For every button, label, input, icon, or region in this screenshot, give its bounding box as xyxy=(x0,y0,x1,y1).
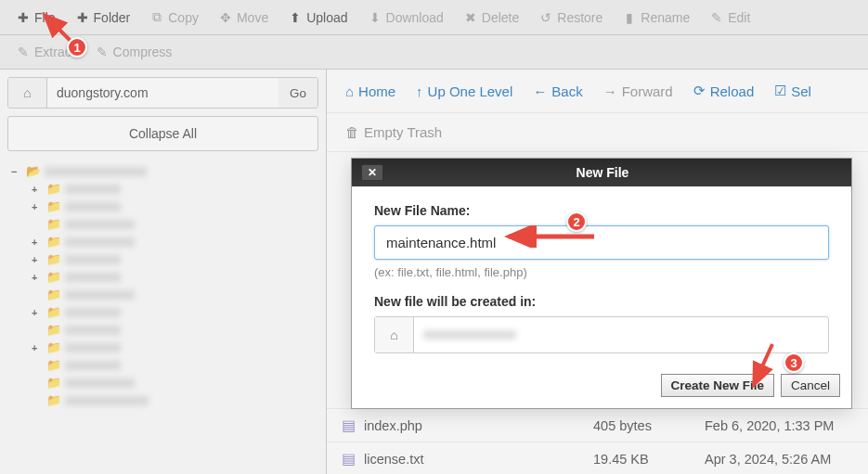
folder-icon: 📁 xyxy=(46,358,61,372)
expand-icon: + xyxy=(32,184,43,195)
tree-row[interactable]: −📂 xyxy=(7,162,318,180)
folder-label-blurred xyxy=(65,378,135,388)
expand-icon: + xyxy=(32,237,43,248)
download-button[interactable]: ⬇Download xyxy=(359,4,453,31)
reload-icon: ⟳ xyxy=(693,83,706,99)
restore-label: Restore xyxy=(557,10,602,25)
file-path-label: New file will be created in: xyxy=(374,294,829,309)
back-button[interactable]: ←Back xyxy=(525,79,589,103)
move-button[interactable]: ✥Move xyxy=(210,4,278,31)
create-new-file-button[interactable]: Create New File xyxy=(661,374,775,397)
file-button[interactable]: ✚File xyxy=(7,4,65,31)
compress-button[interactable]: ✎Compress xyxy=(86,39,182,65)
tree-row[interactable]: 📁 xyxy=(7,356,318,374)
up-icon: ↑ xyxy=(416,83,423,99)
tree-row[interactable]: +📁 xyxy=(7,268,318,286)
delete-button[interactable]: ✖Delete xyxy=(455,4,528,31)
folder-tree: −📂 +📁 +📁 📁 +📁 +📁 +📁 📁 +📁 📁 +📁 📁 📁 📁 xyxy=(0,159,326,413)
rename-button[interactable]: ▮Rename xyxy=(614,4,699,31)
file-name-hint: (ex: file.txt, file.html, file.php) xyxy=(374,265,829,279)
expand-icon: + xyxy=(32,201,43,212)
file-name-input[interactable] xyxy=(374,225,829,260)
tree-row[interactable]: +📁 xyxy=(7,180,318,198)
folder-icon: 📁 xyxy=(46,252,61,266)
home-icon: ⌂ xyxy=(375,317,414,352)
extract-button[interactable]: ✎Extract xyxy=(7,39,84,65)
folder-label-blurred xyxy=(65,273,121,282)
tree-row[interactable]: +📁 xyxy=(7,233,318,250)
folder-label-blurred xyxy=(65,326,121,335)
rename-icon: ▮ xyxy=(623,10,636,25)
file-name: license.txt xyxy=(364,452,593,467)
file-row[interactable]: ▤ license.txt 19.45 KB Apr 3, 2024, 5:26… xyxy=(327,442,868,474)
address-input[interactable] xyxy=(47,78,279,108)
up-label: Up One Level xyxy=(428,83,513,99)
upload-button[interactable]: ⬆Upload xyxy=(279,4,356,31)
reload-button[interactable]: ⟳Reload xyxy=(686,79,762,103)
folder-label-blurred xyxy=(65,290,135,300)
copy-label: Copy xyxy=(168,10,199,25)
folder-icon: 📁 xyxy=(46,393,61,407)
file-name: index.php xyxy=(364,418,593,433)
folder-icon: 📁 xyxy=(46,182,61,196)
edit-button[interactable]: ✎Edit xyxy=(701,4,759,31)
forward-icon: → xyxy=(603,83,617,99)
close-button[interactable]: ✕ xyxy=(361,164,383,181)
delete-icon: ✖ xyxy=(464,10,477,25)
folder-button[interactable]: ✚Folder xyxy=(67,4,140,31)
tree-row[interactable]: +📁 xyxy=(7,303,318,321)
folder-label-blurred xyxy=(65,255,121,264)
go-button[interactable]: Go xyxy=(279,78,317,108)
select-all-button[interactable]: ☑Sel xyxy=(767,79,819,103)
folder-icon: 📁 xyxy=(46,235,61,249)
empty-trash-label: Empty Trash xyxy=(364,124,442,140)
folder-label-blurred xyxy=(65,237,135,247)
file-row[interactable]: ▤ index.php 405 bytes Feb 6, 2020, 1:33 … xyxy=(327,408,868,442)
tree-row[interactable]: +📁 xyxy=(7,250,318,268)
tree-row[interactable]: 📁 xyxy=(7,391,318,409)
extract-icon: ✎ xyxy=(17,45,30,59)
edit-icon: ✎ xyxy=(710,10,723,25)
home-label: Home xyxy=(358,83,395,99)
close-icon: ✕ xyxy=(368,166,377,179)
up-button[interactable]: ↑Up One Level xyxy=(408,79,520,103)
folder-label-blurred xyxy=(65,396,149,405)
tree-row[interactable]: +📁 xyxy=(7,339,318,356)
compress-label: Compress xyxy=(113,45,173,59)
restore-button[interactable]: ↺Restore xyxy=(530,4,612,31)
delete-label: Delete xyxy=(482,10,519,25)
collapse-all-button[interactable]: Collapse All xyxy=(7,116,318,151)
new-file-dialog: ✕ New File New File Name: (ex: file.txt,… xyxy=(351,158,852,409)
reload-label: Reload xyxy=(710,83,755,99)
folder-label-blurred xyxy=(65,185,121,194)
home-button[interactable]: ⌂Home xyxy=(338,79,403,103)
download-label: Download xyxy=(386,10,444,25)
folder-label-blurred xyxy=(45,167,147,176)
download-icon: ⬇ xyxy=(369,10,382,25)
tree-row[interactable]: 📁 xyxy=(7,374,318,391)
file-size: 405 bytes xyxy=(593,418,705,433)
tree-row[interactable]: +📁 xyxy=(7,198,318,215)
back-icon: ← xyxy=(533,83,547,99)
tree-row[interactable]: 📁 xyxy=(7,215,318,233)
folder-label-blurred xyxy=(65,361,121,370)
extract-label: Extract xyxy=(34,45,75,59)
file-icon: ▤ xyxy=(342,416,364,434)
tree-row[interactable]: 📁 xyxy=(7,321,318,339)
restore-icon: ↺ xyxy=(539,10,552,25)
home-icon[interactable]: ⌂ xyxy=(8,78,47,108)
empty-trash-button[interactable]: 🗑Empty Trash xyxy=(338,121,449,144)
folder-label-blurred xyxy=(65,220,135,229)
cancel-button[interactable]: Cancel xyxy=(781,374,840,397)
forward-button[interactable]: →Forward xyxy=(596,79,680,103)
expand-icon: + xyxy=(32,307,43,318)
folder-icon: 📁 xyxy=(46,288,61,301)
upload-label: Upload xyxy=(306,10,347,25)
select-all-label: Sel xyxy=(791,83,811,99)
back-label: Back xyxy=(551,83,582,99)
tree-row[interactable]: 📁 xyxy=(7,286,318,303)
folder-icon: 📁 xyxy=(46,323,61,337)
copy-button[interactable]: ⧉Copy xyxy=(141,4,208,31)
file-date: Apr 3, 2024, 5:26 AM xyxy=(705,452,853,467)
move-icon: ✥ xyxy=(219,10,232,25)
